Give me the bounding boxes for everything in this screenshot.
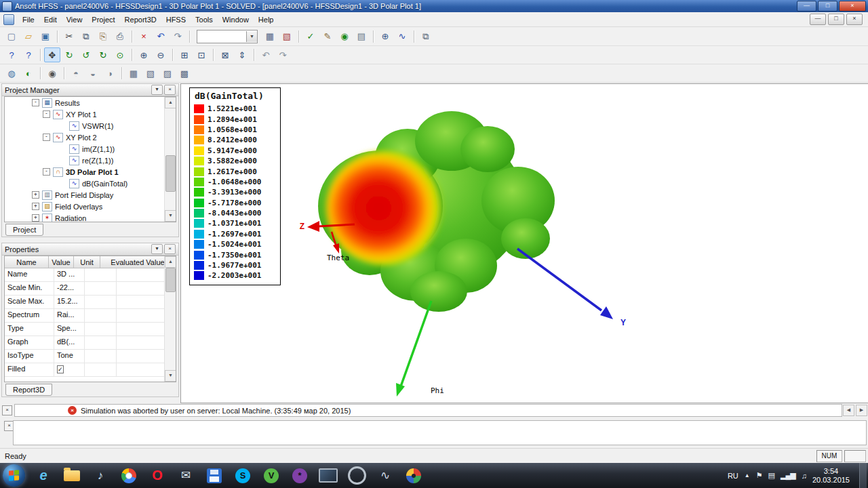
grid-xz-icon[interactable]: ▨ <box>159 66 176 81</box>
paint-palette-icon[interactable] <box>400 464 427 487</box>
expand-toggle-icon[interactable]: + <box>32 203 39 210</box>
menu-tools[interactable]: Tools <box>191 14 218 26</box>
child-minimize-button[interactable]: — <box>810 14 826 25</box>
scroll-left-icon[interactable]: ◀ <box>843 405 854 416</box>
menu-project[interactable]: Project <box>87 14 119 26</box>
chrome-icon[interactable] <box>115 464 142 487</box>
menu-window[interactable]: Window <box>218 14 254 26</box>
scroll-down-icon[interactable]: ▼ <box>165 370 176 382</box>
column-unit[interactable]: Unit <box>74 256 100 268</box>
whats-this-icon[interactable]: ? <box>20 47 37 62</box>
iso-view-icon[interactable]: ◍ <box>3 66 20 81</box>
child-restore-button[interactable]: □ <box>828 14 844 25</box>
property-value[interactable]: Rai... <box>54 309 85 322</box>
profile-icon[interactable]: ▤ <box>353 29 370 44</box>
fit-selection-icon[interactable]: ⊠ <box>217 47 233 62</box>
fit-all-icon[interactable]: ⊡ <box>193 47 210 62</box>
view-undo-icon[interactable]: ↶ <box>258 47 274 62</box>
dynamic-zoom-icon[interactable]: ⇕ <box>234 47 250 62</box>
undo-icon[interactable]: ↶ <box>153 29 169 44</box>
maximize-button[interactable]: □ <box>818 1 837 12</box>
tray-expand-icon[interactable]: ▲ <box>745 472 750 479</box>
filled-checkbox[interactable]: ✓ <box>57 365 64 373</box>
menu-help[interactable]: Help <box>254 14 279 26</box>
tab-project[interactable]: Project <box>5 224 43 236</box>
chevron-down-icon[interactable]: ▼ <box>246 31 257 42</box>
volume-icon[interactable]: ♫ <box>802 472 806 480</box>
sphere-right-icon[interactable]: ◑ <box>102 66 118 81</box>
panel-collapse-button[interactable]: ▾ <box>151 85 163 95</box>
language-indicator[interactable]: RU <box>728 472 738 480</box>
property-value[interactable]: -22... <box>54 282 85 295</box>
tree-item-db-gaintotal[interactable]: ∿ dB(GainTotal) <box>5 178 176 189</box>
expand-toggle-icon[interactable]: + <box>32 191 39 199</box>
media-player-icon[interactable]: ♪ <box>87 464 114 487</box>
expand-toggle-icon[interactable]: - <box>43 110 50 118</box>
zoom-in-icon[interactable]: ⊕ <box>136 47 152 62</box>
show-desktop-button[interactable] <box>859 463 867 488</box>
analyze-icon[interactable]: ◉ <box>336 29 353 44</box>
tree-item-xy-plot-2[interactable]: - ∿ XY Plot 2 <box>5 131 176 143</box>
column-name[interactable]: Name <box>5 256 49 268</box>
sphere-bottom-icon[interactable]: ◒ <box>85 66 101 81</box>
paste-icon[interactable]: ⎘ <box>95 29 111 44</box>
save-tool-icon[interactable] <box>201 464 228 487</box>
tree-item-results[interactable]: - ▦ Results <box>5 97 176 108</box>
print-icon[interactable]: ⎙ <box>112 29 128 44</box>
property-value[interactable]: Tone <box>54 350 85 363</box>
rotate-view-icon[interactable]: ↺ <box>78 47 94 62</box>
clock[interactable]: 3:54 20.03.2015 <box>812 467 850 485</box>
menu-hfss[interactable]: HFSS <box>161 14 191 26</box>
tree-item-radiation[interactable]: + ✶ Radiation <box>5 212 176 222</box>
network-icon[interactable]: ▂▄▆ <box>781 471 795 480</box>
boundaries-icon[interactable]: ▧ <box>279 29 295 44</box>
close-button[interactable]: × <box>839 1 866 12</box>
property-value[interactable]: dB(... <box>54 336 85 349</box>
properties-scrollbar[interactable]: ▲ ▼ <box>164 256 176 382</box>
pan-icon[interactable]: ✥ <box>44 47 60 62</box>
scrollbar-thumb[interactable] <box>165 268 176 292</box>
solution-data-icon[interactable]: ⊕ <box>377 29 393 44</box>
scroll-up-icon[interactable]: ▲ <box>165 97 176 108</box>
action-center-icon[interactable]: ⚑ <box>756 471 762 480</box>
edit-notes-icon[interactable]: ✎ <box>319 29 336 44</box>
tree-item-rez[interactable]: ∿ re(Z(1,1)) <box>5 155 176 166</box>
tree-item-imz[interactable]: ∿ im(Z(1,1)) <box>5 143 176 155</box>
menu-report3d[interactable]: Report3D <box>120 14 161 26</box>
expand-toggle-icon[interactable]: - <box>32 99 39 106</box>
message-close-button[interactable]: × <box>2 405 12 415</box>
mail-icon[interactable]: ✉ <box>172 464 199 487</box>
menu-view[interactable]: View <box>62 14 87 26</box>
zoom-window-icon[interactable]: ⊞ <box>176 47 193 62</box>
display-icon[interactable]: ▤ <box>768 471 774 480</box>
tree-item-field-overlays[interactable]: + ▨ Field Overlays <box>5 201 176 212</box>
new-icon[interactable]: ▢ <box>3 29 20 44</box>
redo-icon[interactable]: ↷ <box>170 29 186 44</box>
scrollbar-thumb[interactable] <box>165 155 176 192</box>
orbit-view-icon[interactable]: ◉ <box>44 66 60 81</box>
rotate-axis-icon[interactable]: ↻ <box>95 47 111 62</box>
tree-item-xy-plot-1[interactable]: - ∿ XY Plot 1 <box>5 108 176 120</box>
selection-combo[interactable]: ▼ <box>197 30 258 43</box>
grid-all-icon[interactable]: ▩ <box>176 66 193 81</box>
copy-icon[interactable]: ⧉ <box>78 29 94 44</box>
tree-item-port-field-display[interactable]: + ▥ Port Field Display <box>5 189 176 201</box>
validate-icon[interactable]: ✓ <box>302 29 319 44</box>
expand-toggle-icon[interactable]: + <box>32 214 39 222</box>
property-value[interactable]: 15.2... <box>54 296 85 308</box>
zoom-out-icon[interactable]: ⊖ <box>153 47 169 62</box>
plot-3d-viewport[interactable]: Z Theta Y Phi dB(GainTotal) 1.5221e+001 … <box>180 83 868 403</box>
sphere-top-icon[interactable]: ◓ <box>68 66 84 81</box>
delete-icon[interactable]: × <box>136 29 152 44</box>
datasets-icon[interactable]: ▦ <box>262 29 278 44</box>
minimize-button[interactable]: — <box>797 1 816 12</box>
column-value[interactable]: Value <box>49 256 74 268</box>
tree-item-3d-polar-plot-1[interactable]: - ∩ 3D Polar Plot 1 <box>5 166 176 178</box>
expand-toggle-icon[interactable]: - <box>43 134 50 141</box>
green-app-icon[interactable]: V <box>258 464 285 487</box>
scroll-down-icon[interactable]: ▼ <box>165 210 176 222</box>
panel-close-button[interactable]: × <box>164 244 176 254</box>
remote-desktop-icon[interactable] <box>315 464 342 487</box>
grid-xy-icon[interactable]: ▦ <box>125 66 142 81</box>
help-pointer-icon[interactable]: ? <box>3 47 20 62</box>
